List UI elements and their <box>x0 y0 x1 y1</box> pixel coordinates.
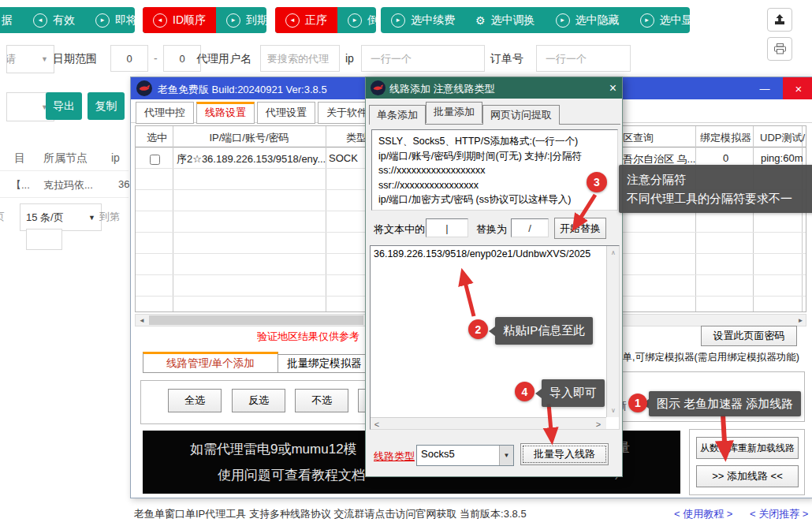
toolbar-group-selected: ▸选中续费 ⚙选中调换 ▸选中隐藏 ▸选中显示 ⚙选中解锁 <box>381 7 690 33</box>
valid-button[interactable]: ◂有效 <box>23 7 85 33</box>
format-help-box: SSLY、Socks5、HTTP/S添加格式:(一行一个) ip/端口/账号/密… <box>371 129 618 211</box>
bind-hint-text: 菜单,可绑定模拟器(需启用绑定模拟器功能) <box>613 351 806 364</box>
set-page-password-button[interactable]: 设置此页面密码 <box>701 326 797 346</box>
replace-to-input[interactable]: / <box>511 218 549 237</box>
col-header-bind[interactable]: 绑定模拟器 <box>698 131 753 145</box>
replace-mid-label: 替换为 <box>476 222 507 237</box>
tooltip-notch <box>489 326 495 336</box>
screen: 据 ◂有效 ▸即将过期 ◂ID顺序 ▸到期顺序 ◂正序 ▸倒序 ▸选中续费 ⚙选… <box>0 0 812 526</box>
dialog-tab-web-extract[interactable]: 网页访问提取 <box>482 105 560 125</box>
scroll-right-arrow[interactable]: > <box>594 419 603 429</box>
show-selected-button[interactable]: ▸选中显示 <box>630 7 714 33</box>
tutorial-link[interactable]: < 使用教程 > <box>674 507 732 521</box>
banner-line-2: 使用问题可查看教程文档 <box>218 466 365 484</box>
order-number-input[interactable] <box>536 45 631 72</box>
subtab-line-manage[interactable]: 线路管理/单个添加 <box>143 352 278 373</box>
left-col-header-node: 所属节点 <box>43 151 88 166</box>
arrow-left-circle-icon: ◂ <box>153 13 167 28</box>
row-udp-cell: ping:60m <box>761 152 803 164</box>
data-button[interactable]: 据 <box>0 7 23 33</box>
dialog-titlebar[interactable]: 线路添加 注意线路类型 × <box>366 77 622 99</box>
export-tool-button[interactable] <box>767 8 792 32</box>
print-button[interactable] <box>767 37 792 61</box>
reload-lines-button[interactable]: 从数据库重新加载线路 <box>696 437 799 459</box>
dialog-tab-batch[interactable]: 批量添加 <box>426 102 482 123</box>
arrow-right-circle-icon: ▸ <box>226 13 240 28</box>
page-size-select[interactable]: 15 条/页 ▼ <box>20 203 102 231</box>
export-icon <box>773 13 786 26</box>
scroll-left-arrow[interactable]: ◄ <box>136 315 148 326</box>
col-header-udp[interactable]: UDP测试/ <box>760 131 805 145</box>
tab-line-settings[interactable]: 线路设置 <box>196 102 255 124</box>
line-type-label: 线路类型 <box>374 450 415 464</box>
col-header-ip[interactable]: IP/端口/账号/密码 <box>173 131 325 145</box>
order-number-label: 订单号 <box>490 52 523 66</box>
left-col-header-ip: ip <box>111 151 120 164</box>
tab-proxy-control[interactable]: 代理中控 <box>136 102 194 124</box>
status-bar-text: 老鱼单窗口单IP代理工具 支持多种线路协议 交流群请点击访问官网获取 当前版本:… <box>134 507 527 521</box>
date-separator: - <box>154 52 158 65</box>
gear-icon: ⚙ <box>724 15 735 26</box>
scroll-down-arrow[interactable]: ∨ <box>607 405 620 415</box>
copy-button[interactable]: 复制 <box>88 92 125 120</box>
banner-line-1: 如需代理雷电9或mumu12模 <box>190 440 357 458</box>
scrollbar-thumb[interactable] <box>149 315 363 325</box>
format-line: ss://xxxxxxxxxxxxxxxxxx <box>378 163 611 178</box>
col-header-region[interactable]: 区查询 <box>623 131 654 145</box>
select-none-button[interactable]: 不选 <box>295 389 348 412</box>
ip-search-input[interactable] <box>361 45 485 72</box>
line-type-select[interactable]: Socks5 ▼ <box>416 445 514 466</box>
ascending-button[interactable]: ◂正序 <box>275 7 337 33</box>
swap-selected-button[interactable]: ⚙选中调换 <box>465 7 546 33</box>
textarea-v-scrollbar[interactable]: ∧ ∨ <box>606 246 619 417</box>
start-replace-button[interactable]: 开始替换 <box>554 218 606 239</box>
pagination-clipped-label: 页 <box>0 210 5 224</box>
add-line-button[interactable]: >> 添加线路 << <box>696 465 799 487</box>
arrow-left-circle-icon: ◂ <box>285 13 300 28</box>
annotation-circle-1: 1 <box>628 394 647 412</box>
left-cell-node: 克拉玛依... <box>43 178 93 192</box>
chevron-down-icon[interactable]: ▼ <box>499 446 513 465</box>
renew-selected-button[interactable]: ▸选中续费 <box>381 7 465 33</box>
agent-search-input[interactable] <box>260 45 340 72</box>
format-line: ip/端口/账号/密码/到期时间(可无) 支持/:|分隔符 <box>378 149 611 164</box>
col-header-checked[interactable]: 选中 <box>142 131 172 145</box>
id-order-button[interactable]: ◂ID顺序 <box>143 7 216 33</box>
agent-name-label: 代理用户名 <box>196 52 251 66</box>
scroll-right-arrow[interactable]: ► <box>795 315 806 326</box>
ip-label: ip <box>345 52 354 65</box>
date-from-input[interactable] <box>110 45 148 72</box>
minimize-button[interactable]: — <box>747 77 782 99</box>
scroll-left-arrow[interactable]: < <box>372 419 382 429</box>
subtab-batch-bind[interactable]: 批量绑定模拟器 <box>278 354 371 373</box>
format-line: ssr://xxxxxxxxxxxxxxxx <box>378 178 611 193</box>
scroll-up-arrow[interactable]: ∧ <box>607 248 620 257</box>
close-recommend-link[interactable]: < 关闭推荐 > <box>750 507 808 521</box>
textarea-h-scrollbar[interactable]: < > <box>371 417 606 430</box>
toolbar-group-filter: 据 ◂有效 ▸即将过期 <box>0 7 135 33</box>
goto-page-input[interactable] <box>26 229 62 250</box>
replace-from-input[interactable]: | <box>426 218 468 237</box>
export-button[interactable]: 导出 <box>46 92 82 120</box>
invert-selection-button[interactable]: 反选 <box>232 389 285 412</box>
type-filter-dropdown[interactable]: 请 ▼ <box>6 45 54 73</box>
dialog-close-button[interactable]: × <box>602 77 624 99</box>
replace-prefix-label: 将文本中的 <box>374 222 425 237</box>
dialog-tab-single[interactable]: 单条添加 <box>369 105 426 125</box>
row-bind-cell: 0 <box>698 152 753 164</box>
toolbar-group-order2: ◂正序 ▸倒序 <box>275 7 376 33</box>
region-notice-text: 验证地区结果仅供参考 <box>257 330 366 343</box>
gear-icon: ⚙ <box>475 15 486 26</box>
row-checkbox[interactable] <box>150 155 160 165</box>
hide-selected-button[interactable]: ▸选中隐藏 <box>546 7 630 33</box>
main-window-title: 老鱼免费版 Build:20240921 Ver:3.8.5 <box>158 83 327 97</box>
date-to-input[interactable] <box>163 45 201 72</box>
tab-proxy-settings[interactable]: 代理设置 <box>257 102 315 124</box>
dialog-title: 线路添加 注意线路类型 <box>389 82 495 96</box>
main-close-button[interactable]: × <box>783 77 812 99</box>
annotation-circle-4: 4 <box>515 382 535 401</box>
row-ip-cell: 序2☆36.189.226.153/9518/eny... <box>177 152 326 166</box>
batch-import-button[interactable]: 批量导入线路 <box>520 443 609 465</box>
select-all-button[interactable]: 全选 <box>168 389 222 412</box>
goto-page-label: 到第 <box>99 210 120 224</box>
